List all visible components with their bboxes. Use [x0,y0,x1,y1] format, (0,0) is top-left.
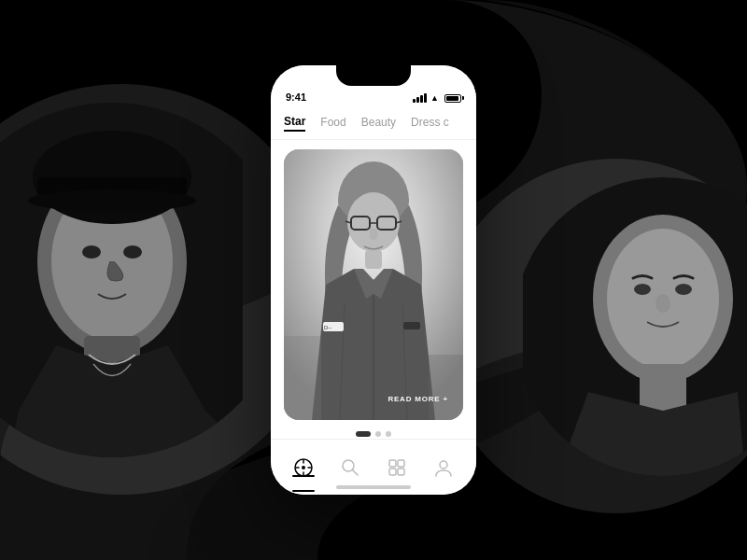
read-more-button[interactable]: READ MORE + [388,395,448,403]
tab-food[interactable]: Food [320,116,345,131]
phone-mockup: 9:41 ▲ Star Food Beauty Dress c [271,65,476,495]
svg-text:D--: D-- [324,325,331,330]
nav-search[interactable] [333,451,367,484]
svg-rect-48 [398,460,404,467]
svg-point-11 [123,245,142,259]
status-time: 9:41 [286,91,413,103]
svg-rect-30 [365,250,382,269]
right-portrait [523,140,747,495]
tab-star[interactable]: Star [284,115,305,132]
status-icons: ▲ [413,93,461,103]
svg-rect-36 [403,322,420,329]
left-portrait [0,56,243,504]
nav-explore[interactable] [287,451,320,484]
nav-profile[interactable] [427,451,460,484]
featured-card[interactable]: D-- READ MORE + [284,149,463,420]
battery-icon [444,94,461,103]
signal-icon [413,93,427,103]
phone-body: 9:41 ▲ Star Food Beauty Dress c [271,65,476,495]
svg-rect-49 [389,469,396,475]
pagination-dots [284,431,463,437]
svg-point-40 [302,466,305,469]
svg-rect-50 [398,469,404,475]
grid-icon [387,457,407,478]
svg-point-18 [675,284,692,295]
pagination-dot-2[interactable] [375,431,381,437]
svg-rect-37 [284,336,321,420]
svg-rect-38 [429,355,463,420]
svg-point-17 [634,284,651,295]
svg-rect-47 [389,460,396,467]
wifi-icon: ▲ [430,93,439,103]
tab-navigation: Star Food Beauty Dress c [271,106,476,140]
card-image: D-- READ MORE + [284,149,463,420]
svg-point-9 [28,189,196,212]
content-area: D-- READ MORE + [271,140,476,439]
svg-point-19 [655,294,670,313]
svg-line-46 [353,469,359,475]
nav-grid[interactable] [380,451,414,484]
svg-point-24 [347,192,400,252]
profile-icon [433,457,454,478]
svg-point-51 [440,461,447,469]
pagination-dot-1[interactable] [356,431,371,437]
tab-beauty[interactable]: Beauty [361,116,396,131]
home-indicator [336,485,411,489]
pagination-dot-3[interactable] [386,431,391,437]
svg-point-10 [82,245,101,259]
tab-dress[interactable]: Dress c [411,116,449,131]
search-icon [340,457,360,478]
compass-icon [293,457,314,478]
phone-notch [336,65,411,86]
